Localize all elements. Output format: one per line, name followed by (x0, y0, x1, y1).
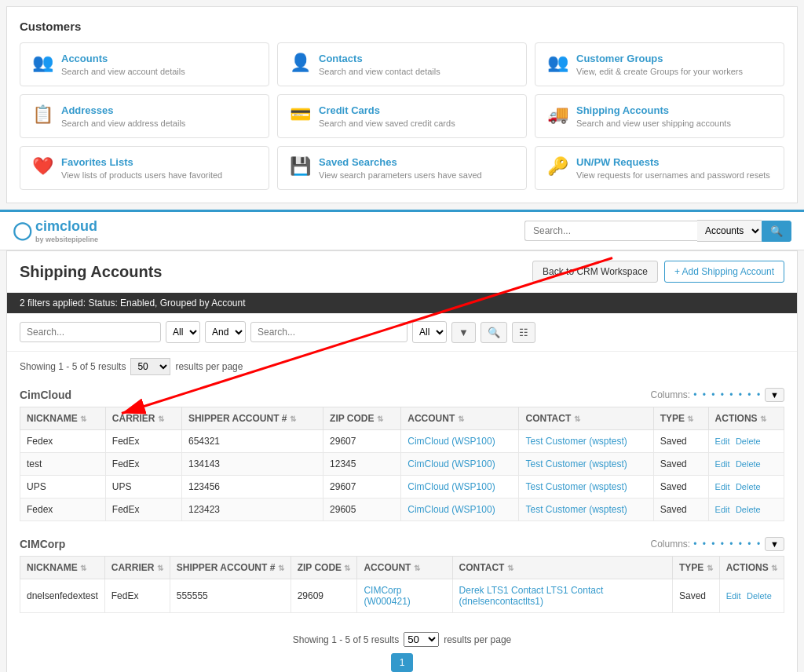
account-link[interactable]: CimCloud (WSP100) (407, 458, 495, 469)
col-contact[interactable]: CONTACT ⇅ (452, 557, 672, 579)
col-shipper-account--[interactable]: SHIPPER ACCOUNT # ⇅ (181, 407, 323, 430)
card-favorites-lists[interactable]: ❤️ Favorites Lists View lists of product… (20, 146, 269, 190)
page-1-button[interactable]: 1 (391, 653, 414, 672)
card-accounts[interactable]: 👥 Accounts Search and view account detai… (20, 42, 269, 86)
contacts-desc: Search and view contact details (319, 67, 440, 76)
filter-search-input-1[interactable] (20, 322, 161, 342)
contact-link[interactable]: Derek LTS1 Contact LTS1 Contact (dnelsen… (459, 585, 604, 607)
columns-dropdown-button[interactable]: ▼ (765, 388, 784, 402)
results-per-page[interactable]: 50 25 100 (130, 358, 170, 375)
sort-icon: ⇅ (507, 564, 513, 572)
carrier-cell: FedEx (105, 499, 181, 521)
credit-cards-desc: Search and view saved credit cards (319, 119, 455, 128)
credit-cards-text: Credit Cards Search and view saved credi… (319, 104, 455, 128)
contact-link[interactable]: Test Customer (wsptest) (525, 458, 627, 469)
sort-icon: ⇅ (80, 564, 86, 572)
header-search-button[interactable]: 🔍 (762, 221, 791, 242)
filter-grid-button[interactable]: ☷ (512, 322, 535, 343)
sort-icon: ⇅ (157, 564, 163, 572)
delete-link[interactable]: Delete (736, 505, 761, 514)
contact-cell: Derek LTS1 Contact LTS1 Contact (dnelsen… (452, 579, 672, 613)
card-addresses[interactable]: 📋 Addresses Search and view address deta… (20, 94, 269, 138)
addresses-text: Addresses Search and view address detail… (61, 104, 185, 128)
col-zip-code[interactable]: ZIP CODE ⇅ (323, 407, 401, 430)
contact-link[interactable]: Test Customer (wsptest) (525, 481, 627, 492)
table-row: testFedEx13414312345CimCloud (WSP100)Tes… (20, 453, 784, 476)
delete-link[interactable]: Delete (736, 482, 761, 491)
col-actions[interactable]: ACTIONS ⇅ (708, 407, 784, 430)
shipping-accounts-desc: Search and view user shipping accounts (576, 119, 731, 128)
filter-funnel-button[interactable]: ▼ (451, 322, 476, 343)
edit-link[interactable]: Edit (715, 436, 730, 446)
zip-cell: 29607 (323, 430, 401, 453)
filter-operator[interactable]: And Or (205, 321, 246, 343)
table-row: FedexFedEx12342329605CimCloud (WSP100)Te… (20, 499, 784, 521)
col-type[interactable]: TYPE ⇅ (653, 407, 708, 430)
col-zip-code[interactable]: ZIP CODE ⇅ (291, 557, 357, 579)
col-shipper-account--[interactable]: SHIPPER ACCOUNT # ⇅ (170, 557, 291, 579)
filter-search-input-2[interactable] (250, 322, 407, 342)
edit-link[interactable]: Edit (726, 591, 741, 601)
card-contacts[interactable]: 👤 Contacts Search and view contact detai… (277, 42, 527, 86)
sort-icon: ⇅ (278, 564, 284, 572)
filter-select-1[interactable]: All (166, 321, 200, 343)
favorites-lists-desc: View lists of products users have favori… (61, 170, 222, 180)
col-actions[interactable]: ACTIONS ⇅ (719, 557, 784, 579)
favorites-lists-text: Favorites Lists View lists of products u… (61, 156, 222, 180)
account-cell: CimCloud (WSP100) (401, 499, 519, 521)
contact-link[interactable]: Test Customer (wsptest) (525, 436, 627, 447)
account-link[interactable]: CimCloud (WSP100) (407, 504, 495, 515)
type-cell: Saved (653, 453, 708, 476)
col-nickname[interactable]: NICKNAME ⇅ (20, 557, 105, 579)
accounts-icon: 👥 (31, 53, 53, 73)
shipping-accounts-icon: 🚚 (546, 104, 568, 125)
bottom-per-page[interactable]: 50 25 100 (404, 632, 439, 647)
columns-dots: • • • • • • • • (693, 389, 762, 400)
col-contact[interactable]: CONTACT ⇅ (519, 407, 653, 430)
add-shipping-account-button[interactable]: + Add Shipping Account (664, 261, 784, 283)
header-search-input[interactable] (524, 221, 697, 241)
card-shipping-accounts[interactable]: 🚚 Shipping Accounts Search and view user… (535, 94, 784, 138)
delete-link[interactable]: Delete (747, 591, 772, 601)
edit-link[interactable]: Edit (715, 459, 730, 469)
sort-icon: ⇅ (707, 564, 713, 572)
action-sep (732, 481, 734, 492)
delete-link[interactable]: Delete (736, 436, 761, 446)
card-credit-cards[interactable]: 💳 Credit Cards Search and view saved cre… (277, 94, 527, 138)
account-link[interactable]: CIMCorp (W000421) (364, 585, 410, 607)
account-link[interactable]: CimCloud (WSP100) (407, 436, 495, 447)
col-carrier[interactable]: CARRIER ⇅ (104, 557, 170, 579)
accounts-title: Accounts (61, 53, 185, 64)
saved-searches-text: Saved Searches View search parameters us… (319, 156, 482, 180)
col-account[interactable]: ACCOUNT ⇅ (401, 407, 519, 430)
search-row: All And Or All ▼ 🔍 ☷ (7, 313, 797, 352)
results-suffix: results per page (175, 361, 243, 372)
edit-link[interactable]: Edit (715, 482, 730, 491)
col-type[interactable]: TYPE ⇅ (672, 557, 719, 579)
filter-select-2[interactable]: All (412, 321, 447, 343)
card-saved-searches[interactable]: 💾 Saved Searches View search parameters … (277, 146, 527, 190)
contacts-title: Contacts (319, 53, 440, 64)
sort-icon: ⇅ (377, 415, 383, 423)
columns-label-cimcorp: Columns: • • • • • • • • ▼ (650, 537, 784, 551)
delete-link[interactable]: Delete (736, 459, 761, 469)
col-carrier[interactable]: CARRIER ⇅ (105, 407, 181, 430)
card-customer-groups[interactable]: 👥 Customer Groups View, edit & create Gr… (535, 42, 784, 86)
filter-search-button[interactable]: 🔍 (481, 322, 507, 343)
card-un-pw-requests[interactable]: 🔑 UN/PW Requests View requests for usern… (535, 146, 784, 190)
columns-dots: • • • • • • • • (693, 539, 762, 550)
col-account[interactable]: ACCOUNT ⇅ (357, 557, 452, 579)
carrier-cell: UPS (105, 476, 181, 499)
zip-cell: 29609 (291, 579, 357, 613)
shipping-accounts-title: Shipping Accounts (576, 104, 731, 116)
contact-link[interactable]: Test Customer (wsptest) (525, 504, 627, 515)
columns-dropdown-button[interactable]: ▼ (765, 537, 784, 551)
header-search-type[interactable]: AccountsContactsOrders (697, 220, 762, 242)
back-to-crm-button[interactable]: Back to CRM Workspace (532, 261, 658, 283)
contact-cell: Test Customer (wsptest) (519, 499, 653, 521)
account-link[interactable]: CimCloud (WSP100) (407, 481, 495, 492)
nickname-cell: dnelsenfedextest (20, 579, 105, 613)
col-nickname[interactable]: NICKNAME ⇅ (20, 407, 106, 430)
edit-link[interactable]: Edit (715, 505, 730, 514)
contact-cell: Test Customer (wsptest) (519, 476, 653, 499)
